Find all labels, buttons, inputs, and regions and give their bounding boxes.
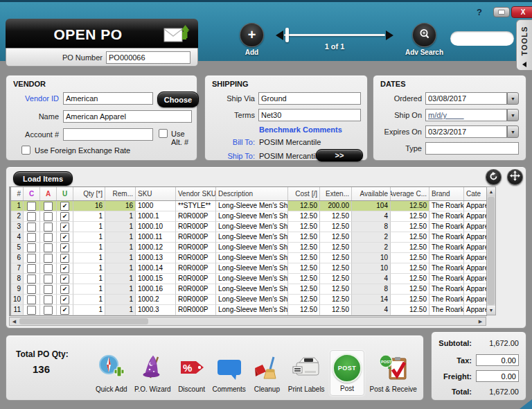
cell-cost[interactable]: 12.50 [288, 232, 320, 243]
po-number-input[interactable] [106, 51, 190, 64]
cell-cost[interactable]: 12.50 [288, 211, 320, 222]
cell-description[interactable]: Long-Sleeve Men's Shirt OLV L [216, 243, 288, 253]
column-header-avg_cost[interactable]: Average C... [391, 187, 429, 200]
cell-vendor_sku[interactable]: R0R000P [176, 222, 216, 232]
load-items-button[interactable]: Load Items [13, 171, 73, 186]
cell-category[interactable]: Apparel [464, 263, 487, 274]
cell-avg_cost[interactable]: 12.50 [391, 295, 429, 305]
cell-qty[interactable]: 16 [73, 201, 105, 211]
cell-a[interactable] [40, 295, 57, 305]
cell-num[interactable]: 4 [11, 232, 24, 243]
row-checkbox-u[interactable]: ✔ [60, 223, 69, 232]
cell-u[interactable]: ✔ [57, 284, 73, 295]
row-checkbox-a[interactable] [44, 212, 53, 221]
column-header-qty[interactable]: Qty [*] [73, 187, 105, 200]
cell-a[interactable] [40, 222, 57, 232]
cell-avg_cost[interactable]: 12.50 [391, 201, 429, 211]
cell-available[interactable]: 10 [352, 263, 391, 274]
cell-rem[interactable]: 1 [105, 274, 136, 284]
cell-c[interactable] [24, 232, 40, 243]
cell-rem[interactable]: 1 [105, 305, 136, 315]
cell-c[interactable] [24, 201, 40, 211]
move-button[interactable] [507, 169, 523, 185]
cell-rem[interactable]: 16 [105, 201, 136, 211]
cell-qty[interactable]: 1 [73, 222, 105, 232]
cell-c[interactable] [24, 243, 40, 253]
table-row[interactable]: 1✔16161000**STYLE**Long-Sleeve Men's Shi… [11, 201, 486, 211]
cell-available[interactable]: 14 [352, 295, 391, 305]
cell-cost[interactable]: 12.50 [288, 243, 320, 253]
comments-button[interactable]: Comments [211, 354, 248, 396]
cell-description[interactable]: Long-Sleeve Men's Shirt RE... [216, 253, 288, 263]
row-checkbox-u[interactable]: ✔ [60, 212, 69, 221]
terms-input[interactable] [258, 109, 361, 121]
adv-search-button[interactable]: Adv Search [405, 23, 443, 56]
cell-sku[interactable]: 1000.2 [136, 295, 176, 305]
cell-rem[interactable]: 1 [105, 222, 136, 232]
row-checkbox-a[interactable] [44, 264, 53, 273]
cell-qty[interactable]: 1 [73, 253, 105, 263]
cell-c[interactable] [24, 305, 40, 315]
resize-grip[interactable] [520, 399, 532, 409]
cell-exten[interactable]: 12.50 [320, 253, 352, 263]
cell-num[interactable]: 8 [11, 274, 24, 284]
cell-qty[interactable]: 1 [73, 243, 105, 253]
scroll-up-icon[interactable]: ▲ [487, 187, 495, 196]
cell-num[interactable]: 10 [11, 295, 24, 305]
cell-c[interactable] [24, 253, 40, 263]
row-checkbox-u[interactable]: ✔ [60, 275, 69, 284]
ship-on-dropdown-button[interactable]: ▼ [507, 109, 519, 121]
column-header-brand[interactable]: Brand [429, 187, 464, 200]
account-number-input[interactable] [63, 128, 153, 141]
cell-u[interactable]: ✔ [57, 222, 73, 232]
cell-a[interactable] [40, 211, 57, 222]
po-wizard-button[interactable]: P.O. Wizard [132, 351, 173, 396]
cell-vendor_sku[interactable]: R0R000P [176, 274, 216, 284]
cell-category[interactable]: Apparel [464, 201, 487, 211]
cell-description[interactable]: Long-Sleeve Men's Shirt NA... [216, 274, 288, 284]
cell-category[interactable]: Apparel [464, 243, 487, 253]
cell-vendor_sku[interactable]: **STYLE** [176, 201, 216, 211]
cell-avg_cost[interactable]: 12.50 [391, 232, 429, 243]
cell-c[interactable] [24, 295, 40, 305]
row-checkbox-a[interactable] [44, 295, 53, 304]
row-checkbox-a[interactable] [44, 243, 53, 252]
row-checkbox-c[interactable] [27, 254, 36, 263]
cell-cost[interactable]: 12.50 [288, 274, 320, 284]
cell-vendor_sku[interactable]: R0R000P [176, 305, 216, 315]
column-header-available[interactable]: Available [352, 187, 391, 200]
nav-next-icon[interactable] [386, 31, 393, 40]
cell-vendor_sku[interactable]: R0R000P [176, 284, 216, 295]
cell-available[interactable]: 8 [352, 284, 391, 295]
cell-u[interactable]: ✔ [57, 253, 73, 263]
cell-available[interactable]: 4 [352, 305, 391, 315]
cell-sku[interactable]: 1000.16 [136, 284, 176, 295]
ship-to-link[interactable]: Ship To: [205, 152, 255, 160]
cell-u[interactable]: ✔ [57, 211, 73, 222]
row-checkbox-a[interactable] [44, 285, 53, 294]
cell-description[interactable]: Long-Sleeve Men's Shirt RE... [216, 211, 288, 222]
quick-add-button[interactable]: Quick Add [94, 351, 130, 396]
row-checkbox-a[interactable] [44, 275, 53, 284]
cell-sku[interactable]: 1000.3 [136, 305, 176, 315]
column-header-description[interactable]: Description [216, 187, 288, 200]
cell-cost[interactable]: 12.50 [288, 284, 320, 295]
cell-u[interactable]: ✔ [57, 263, 73, 274]
column-header-u[interactable]: U [57, 187, 73, 200]
cell-cost[interactable]: 12.50 [288, 305, 320, 315]
cell-rem[interactable]: 1 [105, 232, 136, 243]
refresh-button[interactable] [486, 169, 502, 185]
vertical-scrollbar[interactable]: ▲ ▼ [486, 186, 496, 315]
cell-a[interactable] [40, 232, 57, 243]
cell-qty[interactable]: 1 [73, 211, 105, 222]
cell-exten[interactable]: 12.50 [320, 243, 352, 253]
cell-u[interactable]: ✔ [57, 243, 73, 253]
cell-u[interactable]: ✔ [57, 274, 73, 284]
row-checkbox-u[interactable]: ✔ [60, 233, 69, 242]
table-row[interactable]: 5✔111000.12R0R000PLong-Sleeve Men's Shir… [11, 243, 486, 253]
cell-num[interactable]: 5 [11, 243, 24, 253]
table-row[interactable]: 3✔111000.10R0R000PLong-Sleeve Men's Shir… [11, 222, 486, 232]
cell-available[interactable]: 8 [352, 222, 391, 232]
post-button[interactable]: POST Post [330, 350, 364, 396]
vendor-id-input[interactable] [63, 92, 153, 105]
